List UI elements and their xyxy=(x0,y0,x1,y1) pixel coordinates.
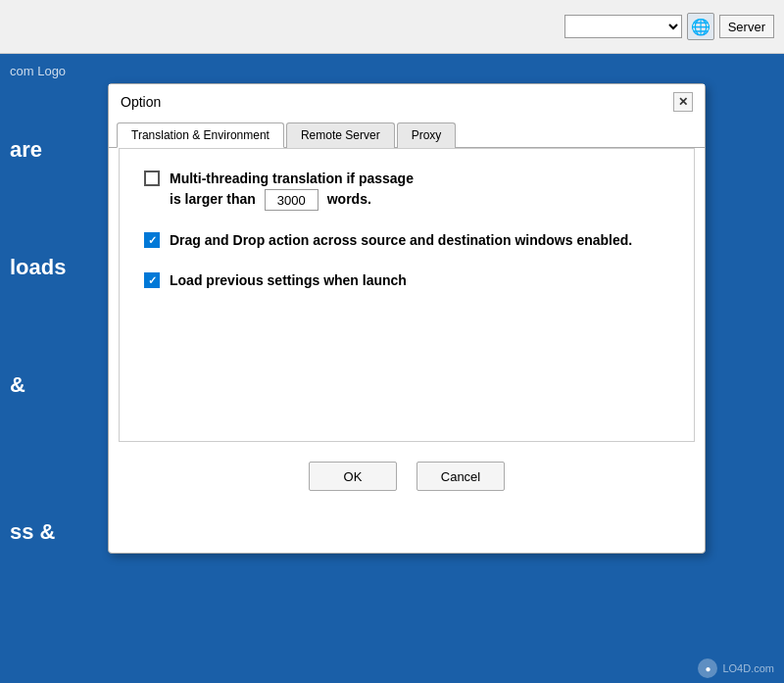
mt-label-after: words. xyxy=(323,191,371,207)
bg-text-loads: loads xyxy=(10,255,66,280)
ok-button[interactable]: OK xyxy=(309,462,397,491)
dialog-overlay: Option ✕ Translation & Environment Remot… xyxy=(78,54,784,683)
option-loadprev: ✓ Load previous settings when launch xyxy=(144,270,669,291)
top-bar: 🌐 Server xyxy=(0,0,784,54)
watermark: ● LO4D.com xyxy=(698,659,774,678)
option-multithreading-label: Multi-threading translation if passageis… xyxy=(170,169,414,211)
bg-text-are: are xyxy=(10,137,42,163)
bg-text-amp: & xyxy=(10,372,25,398)
tab-proxy[interactable]: Proxy xyxy=(397,122,457,148)
bg-text-ss: ss & xyxy=(10,519,55,545)
option-dragdrop-label: Drag and Drop action across source and d… xyxy=(170,230,632,251)
checkmark-dragdrop: ✓ xyxy=(148,235,157,246)
tab-translation[interactable]: Translation & Environment xyxy=(117,122,284,148)
checkbox-loadprev[interactable]: ✓ xyxy=(144,272,160,288)
dialog-titlebar: Option ✕ xyxy=(109,84,705,118)
option-dialog: Option ✕ Translation & Environment Remot… xyxy=(108,83,706,554)
option-loadprev-label: Load previous settings when launch xyxy=(170,270,407,291)
watermark-text: LO4D.com xyxy=(722,662,774,674)
option-multithreading: Multi-threading translation if passageis… xyxy=(144,169,669,211)
tab-remote-server[interactable]: Remote Server xyxy=(286,122,395,148)
server-label: Server xyxy=(719,15,774,38)
lo4d-top-label: com Logo xyxy=(10,64,66,78)
cancel-button[interactable]: Cancel xyxy=(416,462,505,491)
checkmark-loadprev: ✓ xyxy=(148,275,157,286)
checkbox-multithreading[interactable] xyxy=(144,171,160,186)
top-bar-select[interactable] xyxy=(564,15,682,38)
globe-icon[interactable]: 🌐 xyxy=(687,13,714,40)
words-input[interactable] xyxy=(265,189,318,211)
dialog-buttons: OK Cancel xyxy=(109,442,705,511)
tabs-container: Translation & Environment Remote Server … xyxy=(109,118,705,148)
option-dragdrop: ✓ Drag and Drop action across source and… xyxy=(144,230,669,251)
checkbox-dragdrop[interactable]: ✓ xyxy=(144,232,160,248)
dialog-content: Multi-threading translation if passageis… xyxy=(119,148,695,442)
watermark-icon: ● xyxy=(698,659,717,678)
dialog-title: Option xyxy=(121,94,161,110)
close-button[interactable]: ✕ xyxy=(673,92,693,112)
